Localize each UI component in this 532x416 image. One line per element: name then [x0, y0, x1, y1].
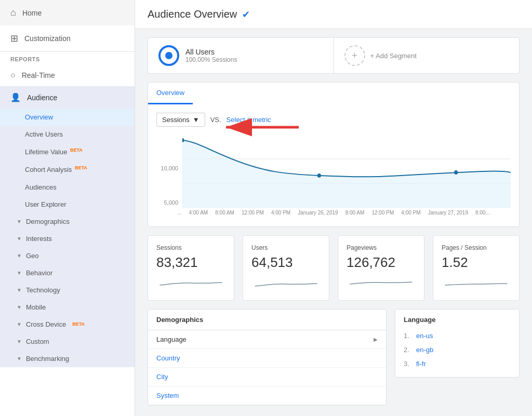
- sidebar-item-audience[interactable]: 👤 Audience: [0, 86, 135, 109]
- sidebar-item-technology[interactable]: ▼ Technology: [0, 281, 135, 299]
- demo-row-city[interactable]: City: [148, 368, 386, 386]
- stat-card-users: Users 64,513: [243, 235, 329, 301]
- demo-label-country: Country: [156, 354, 180, 362]
- chevron-icon: ▼: [17, 339, 22, 344]
- sidebar-item-mobile[interactable]: ▼ Mobile: [0, 299, 135, 316]
- content-area: All Users 100.00% Sessions + + Add Segme…: [135, 29, 532, 414]
- lang-item-3: 3. fi-fr: [404, 357, 511, 371]
- person-icon: 👤: [10, 92, 21, 102]
- y-label-mid: 10,000: [161, 165, 178, 171]
- sessions-dropdown[interactable]: Sessions ▼: [156, 113, 205, 127]
- svg-point-5: [317, 173, 321, 178]
- sessions-dropdown-label: Sessions: [162, 116, 190, 124]
- svg-point-6: [454, 170, 458, 175]
- y-label-low: 5,000: [164, 199, 178, 206]
- page-header: Audience Overview ✔: [135, 0, 532, 29]
- audience-sub-items: Overview Active Users Lifetime Value BET…: [0, 109, 135, 213]
- reports-section-label: REPORTS: [0, 52, 135, 64]
- segment-info: All Users 100.00% Sessions: [185, 48, 237, 63]
- stat-card-sessions: Sessions 83,321: [148, 235, 234, 301]
- language-section: Language 1. en-us 2. en-gb 3. fi-fr: [395, 309, 520, 406]
- demographics-header: Demographics: [148, 310, 386, 330]
- add-segment-label: + Add Segment: [370, 52, 417, 60]
- select-metric-link[interactable]: Select a metric: [227, 116, 271, 124]
- sidebar: ⌂ Home ⊞ Customization REPORTS ○ Real-Ti…: [0, 0, 135, 416]
- page-title: Audience Overview: [148, 8, 237, 20]
- arrow-right-icon: ▶: [374, 337, 378, 342]
- demographics-label: Demographics: [26, 218, 70, 225]
- segment-bar: All Users 100.00% Sessions + + Add Segme…: [148, 37, 520, 74]
- chart-container: Sessions ▼ VS. Select a metric 10,000 5,…: [148, 104, 520, 227]
- stat-card-pages-session: Pages / Session 1.52: [433, 235, 520, 301]
- lang-label-3[interactable]: fi-fr: [416, 360, 426, 368]
- sidebar-item-geo[interactable]: ▼ Geo: [0, 247, 135, 264]
- sidebar-item-realtime[interactable]: ○ Real-Time: [0, 64, 135, 86]
- sidebar-item-demographics[interactable]: ▼ Demographics: [0, 213, 135, 230]
- lang-rank-3: 3.: [404, 360, 412, 368]
- demo-row-language[interactable]: Language ▶: [148, 330, 386, 349]
- sub-item-user-explorer[interactable]: User Explorer: [0, 196, 135, 213]
- sub-item-audiences[interactable]: Audiences: [0, 179, 135, 196]
- sidebar-item-home[interactable]: ⌂ Home: [0, 0, 135, 25]
- sidebar-item-cross-device[interactable]: ▼ Cross Device BETA: [0, 316, 135, 333]
- lang-item-2: 2. en-gb: [404, 343, 511, 357]
- stat-label-users: Users: [251, 244, 321, 251]
- sparkline-pageviews: [347, 275, 416, 290]
- lang-label-2[interactable]: en-gb: [416, 346, 433, 354]
- sub-item-active-users[interactable]: Active Users: [0, 126, 135, 143]
- geo-label: Geo: [26, 252, 39, 260]
- stat-value-pageviews: 126,762: [347, 254, 416, 271]
- demo-row-country[interactable]: Country: [148, 349, 386, 368]
- metric-selector: Sessions ▼ VS. Select a metric: [156, 113, 511, 127]
- interests-label: Interests: [26, 235, 52, 243]
- sub-item-overview[interactable]: Overview: [0, 109, 135, 126]
- main-content: Audience Overview ✔ All Users 100.00% Se…: [135, 0, 532, 416]
- demo-row-system[interactable]: System: [148, 386, 386, 405]
- stat-label-sessions: Sessions: [156, 244, 225, 251]
- segment-name: All Users: [185, 48, 237, 56]
- behavior-label: Behavior: [26, 269, 52, 277]
- language-table: Language 1. en-us 2. en-gb 3. fi-fr: [395, 309, 520, 378]
- tab-overview[interactable]: Overview: [148, 83, 193, 104]
- bottom-row: Demographics Language ▶ Country City Sys…: [148, 309, 520, 406]
- chart-area: 10,000 5,000: [156, 135, 511, 218]
- all-users-segment: All Users 100.00% Sessions: [148, 38, 334, 73]
- sparkline-users: [251, 275, 321, 290]
- sub-item-cohort-analysis[interactable]: Cohort Analysis BETA: [0, 160, 135, 178]
- add-segment-icon: +: [344, 45, 365, 66]
- mobile-label: Mobile: [26, 303, 46, 311]
- sidebar-item-customization[interactable]: ⊞ Customization: [0, 25, 135, 51]
- sidebar-item-benchmarking[interactable]: ▼ Benchmarking: [0, 350, 135, 367]
- add-segment-button[interactable]: + + Add Segment: [334, 38, 520, 73]
- stat-value-sessions: 83,321: [156, 254, 225, 271]
- lang-rank-1: 1.: [404, 332, 412, 340]
- vs-text: VS.: [210, 116, 221, 124]
- sidebar-item-interests[interactable]: ▼ Interests: [0, 230, 135, 247]
- beta-badge-cohort: BETA: [75, 165, 87, 170]
- lang-item-1: 1. en-us: [404, 329, 511, 343]
- chevron-icon: ▼: [17, 253, 22, 259]
- chevron-icon: ▼: [17, 304, 22, 310]
- chevron-icon: ▼: [17, 270, 22, 276]
- beta-badge-lifetime: BETA: [70, 147, 83, 153]
- stat-value-users: 64,513: [251, 254, 321, 271]
- chevron-icon: ▼: [17, 219, 22, 224]
- clock-icon: ○: [10, 71, 16, 80]
- chevron-icon: ▼: [17, 356, 22, 361]
- demo-label-language: Language: [156, 336, 187, 343]
- home-label: Home: [22, 9, 42, 17]
- customization-label: Customization: [24, 34, 71, 43]
- dropdown-arrow-icon: ▼: [193, 116, 200, 124]
- sidebar-item-behavior[interactable]: ▼ Behavior: [0, 264, 135, 281]
- stat-label-pages-session: Pages / Session: [442, 244, 511, 251]
- demographics-table: Demographics Language ▶ Country City Sys…: [148, 309, 387, 406]
- lang-rank-2: 2.: [404, 346, 412, 354]
- chevron-icon: ▼: [17, 236, 22, 241]
- sub-item-lifetime-value[interactable]: Lifetime Value BETA: [0, 143, 135, 160]
- sparkline-pages-session: [442, 275, 511, 290]
- sidebar-item-custom[interactable]: ▼ Custom: [0, 333, 135, 350]
- lang-label-1[interactable]: en-us: [416, 332, 433, 340]
- benchmarking-label: Benchmarking: [26, 355, 69, 363]
- audience-label: Audience: [27, 93, 57, 102]
- stat-card-pageviews: Pageviews 126,762: [338, 235, 424, 301]
